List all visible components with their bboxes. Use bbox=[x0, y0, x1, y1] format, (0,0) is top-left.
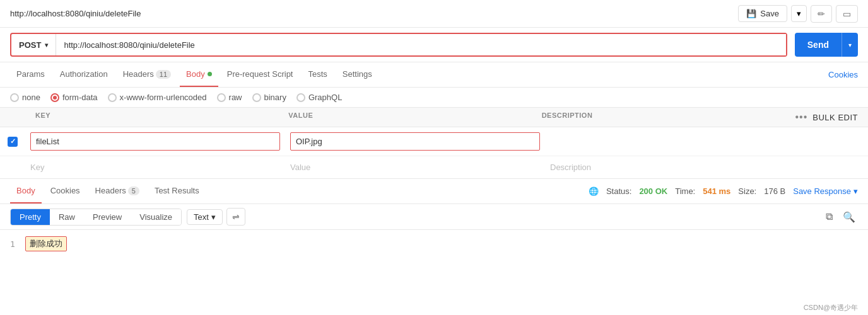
response-tabs-row: Body Cookies Headers 5 Test Results 🌐 St… bbox=[0, 179, 868, 204]
response-tabs: Body Cookies Headers 5 Test Results bbox=[10, 179, 206, 203]
value-field[interactable]: OIP.jpg bbox=[290, 132, 540, 151]
top-bar-title: http://localhost:8080/qiniu/deleteFile bbox=[10, 9, 141, 18]
format-visualize[interactable]: Visualize bbox=[131, 209, 181, 225]
method-select[interactable]: POST ▾ bbox=[11, 34, 56, 55]
radio-urlencoded[interactable]: x-www-form-urlencoded bbox=[108, 93, 207, 102]
edit-button[interactable]: ✏ bbox=[811, 5, 832, 23]
save-icon: 💾 bbox=[746, 9, 756, 18]
chevron-down-icon: ▾ bbox=[848, 42, 852, 49]
placeholder-key[interactable]: Key bbox=[25, 156, 285, 178]
save-response-button[interactable]: Save Response ▾ bbox=[793, 186, 858, 196]
comment-button[interactable]: ▭ bbox=[836, 5, 858, 23]
time-value: 541 ms bbox=[703, 186, 730, 196]
cookies-link[interactable]: Cookies bbox=[828, 70, 858, 79]
format-raw[interactable]: Raw bbox=[50, 209, 84, 225]
time-label: Time: bbox=[675, 186, 695, 196]
key-field[interactable]: fileList bbox=[30, 132, 280, 151]
edit-icon: ✏ bbox=[818, 9, 825, 19]
url-bar-inner: POST ▾ bbox=[10, 33, 787, 57]
col-checkbox bbox=[10, 112, 35, 123]
wrap-button[interactable]: ⇌ bbox=[226, 208, 245, 226]
headers-response-badge: 5 bbox=[128, 186, 139, 195]
dots-icon: ••• bbox=[795, 112, 808, 123]
request-tabs: Params Authorization Headers 11 Body Pre… bbox=[10, 62, 378, 87]
format-tabs: Pretty Raw Preview Visualize bbox=[10, 209, 182, 226]
placeholder-description[interactable]: Description bbox=[545, 156, 805, 178]
placeholder-row: Key Value Description bbox=[0, 156, 868, 178]
size-value: 176 B bbox=[764, 186, 785, 196]
line-number: 1 bbox=[10, 239, 15, 249]
radio-circle-none bbox=[10, 93, 19, 102]
col-value: VALUE bbox=[288, 112, 541, 123]
checkbox-checked[interactable] bbox=[8, 137, 18, 147]
text-select[interactable]: Text ▾ bbox=[187, 209, 223, 225]
col-bulk-edit: ••• Bulk Edit bbox=[795, 112, 858, 123]
response-tab-headers[interactable]: Headers 5 bbox=[89, 179, 146, 203]
method-label: POST bbox=[19, 40, 41, 50]
tab-settings[interactable]: Settings bbox=[336, 62, 378, 87]
size-label: Size: bbox=[738, 186, 756, 196]
response-line-1: 1 删除成功 bbox=[10, 236, 858, 251]
response-toolbar: Pretty Raw Preview Visualize Text ▾ ⇌ ⧉ … bbox=[0, 204, 868, 230]
row-checkbox-cell[interactable] bbox=[0, 127, 25, 156]
placeholder-value[interactable]: Value bbox=[285, 156, 545, 178]
radio-circle-graphql bbox=[296, 93, 305, 102]
response-status: 🌐 Status: 200 OK Time: 541 ms Size: 176 … bbox=[589, 186, 858, 196]
response-actions: ⧉ 🔍 bbox=[823, 209, 858, 226]
radio-none[interactable]: none bbox=[10, 93, 40, 102]
copy-button[interactable]: ⧉ bbox=[823, 209, 835, 225]
wrap-icon: ⇌ bbox=[232, 212, 240, 222]
top-bar: http://localhost:8080/qiniu/deleteFile 💾… bbox=[0, 0, 868, 28]
save-button[interactable]: 💾 Save bbox=[738, 5, 787, 22]
send-button-wrap: Send ▾ bbox=[795, 33, 858, 57]
status-value: 200 OK bbox=[639, 186, 667, 196]
params-table: KEY VALUE DESCRIPTION ••• Bulk Edit file… bbox=[0, 108, 868, 179]
send-dropdown-button[interactable]: ▾ bbox=[842, 33, 858, 57]
radio-circle-urlencoded bbox=[108, 93, 117, 102]
placeholder-actions bbox=[805, 156, 868, 178]
response-tab-cookies[interactable]: Cookies bbox=[44, 179, 86, 203]
radio-circle-form-data bbox=[50, 93, 59, 102]
tab-prerequest[interactable]: Pre-request Script bbox=[221, 62, 300, 87]
tab-body[interactable]: Body bbox=[180, 62, 218, 87]
top-bar-actions: 💾 Save ▾ ✏ ▭ bbox=[738, 5, 858, 23]
chevron-down-icon: ▾ bbox=[797, 9, 801, 18]
response-tab-body[interactable]: Body bbox=[10, 179, 42, 203]
status-label: Status: bbox=[606, 186, 631, 196]
search-button[interactable]: 🔍 bbox=[840, 209, 858, 226]
footer: CSDN@奇遇少年 bbox=[794, 301, 868, 315]
table-row: fileList OIP.jpg bbox=[0, 127, 868, 156]
radio-binary[interactable]: binary bbox=[252, 93, 286, 102]
radio-circle-binary bbox=[252, 93, 261, 102]
save-dropdown-button[interactable]: ▾ bbox=[791, 5, 807, 22]
body-dot bbox=[208, 72, 212, 76]
url-input[interactable] bbox=[56, 34, 785, 55]
chevron-down-icon: ▾ bbox=[211, 212, 216, 222]
search-icon: 🔍 bbox=[843, 212, 855, 222]
tab-params[interactable]: Params bbox=[10, 62, 51, 87]
text-label: Text bbox=[194, 212, 209, 222]
radio-circle-raw bbox=[217, 93, 226, 102]
description-field[interactable] bbox=[545, 127, 805, 156]
row-actions bbox=[805, 127, 868, 156]
chevron-down-icon: ▾ bbox=[45, 42, 48, 49]
table-header: KEY VALUE DESCRIPTION ••• Bulk Edit bbox=[0, 108, 868, 127]
radio-form-data[interactable]: form-data bbox=[50, 93, 98, 102]
format-preview[interactable]: Preview bbox=[84, 209, 131, 225]
tab-headers[interactable]: Headers 11 bbox=[117, 62, 177, 87]
col-key: KEY bbox=[35, 112, 288, 123]
format-controls: Pretty Raw Preview Visualize Text ▾ ⇌ bbox=[10, 208, 245, 226]
tab-tests[interactable]: Tests bbox=[302, 62, 333, 87]
send-button[interactable]: Send bbox=[795, 33, 842, 57]
response-content: 1 删除成功 bbox=[0, 230, 868, 258]
chevron-down-icon: ▾ bbox=[853, 186, 858, 196]
response-tab-test-results[interactable]: Test Results bbox=[148, 179, 206, 203]
footer-text: CSDN@奇遇少年 bbox=[804, 304, 858, 311]
radio-raw[interactable]: raw bbox=[217, 93, 242, 102]
headers-badge: 11 bbox=[156, 70, 171, 79]
url-bar: POST ▾ Send ▾ bbox=[0, 28, 868, 62]
radio-graphql[interactable]: GraphQL bbox=[296, 93, 342, 102]
tab-authorization[interactable]: Authorization bbox=[54, 62, 114, 87]
format-pretty[interactable]: Pretty bbox=[11, 209, 50, 225]
copy-icon: ⧉ bbox=[826, 211, 833, 222]
